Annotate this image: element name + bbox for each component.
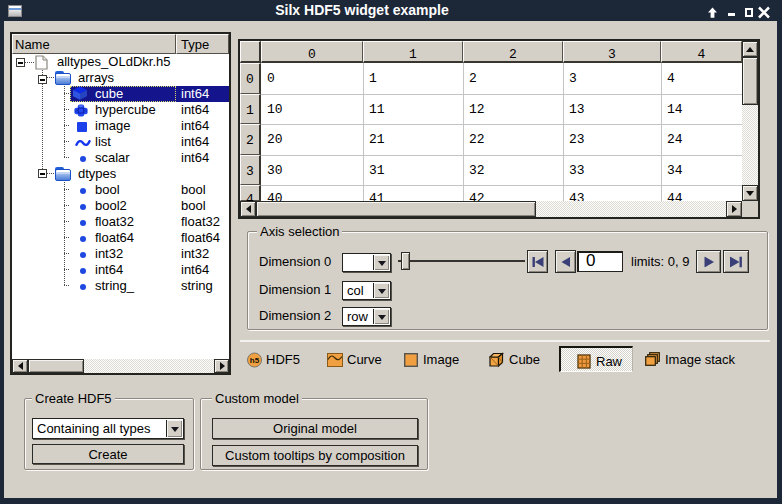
svg-text:h5: h5	[250, 356, 260, 365]
